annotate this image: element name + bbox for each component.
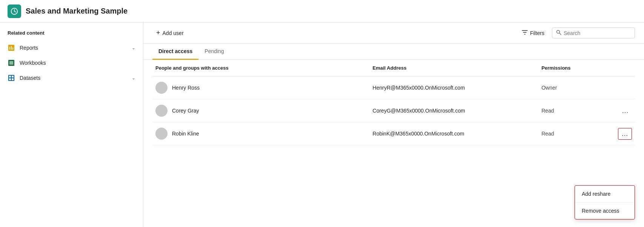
sidebar-section-title: Related content [0,29,143,40]
cell-permission-henry: Owner [538,76,611,99]
permission-value-corey: Read [541,108,554,114]
col-header-people: People and groups with access [152,60,370,76]
col-header-actions [611,60,635,76]
main-layout: Related content Reports ⌄ [0,23,644,227]
svg-rect-10 [9,76,11,78]
sidebar-item-workbooks[interactable]: Workbooks [0,55,143,70]
more-options-button-corey[interactable]: … [619,105,632,116]
permission-value-henry: Owner [541,85,557,91]
filter-icon [522,29,528,37]
sidebar-label-workbooks: Workbooks [20,60,135,66]
col-header-email: Email Address [370,60,539,76]
cell-actions-robin: … [611,122,635,145]
permission-value-robin: Read [541,131,554,137]
tab-pending[interactable]: Pending [198,44,230,60]
filters-label: Filters [530,30,544,36]
table-row: Henry Ross HenryR@M365x0000.OnMicrosoft.… [152,76,635,99]
col-header-permissions: Permissions [538,60,611,76]
cell-actions-corey: … [611,99,635,122]
user-cell-robin: Robin Kline [155,128,367,140]
svg-rect-3 [11,46,12,50]
datasets-chevron-icon: ⌄ [132,75,135,81]
avatar-corey [155,105,168,117]
search-area [552,27,635,38]
cell-permission-corey: Read [538,99,611,122]
tabs: Direct access Pending [143,44,644,60]
access-table: People and groups with access Email Addr… [152,60,635,145]
app-icon [8,5,21,18]
cell-email-henry: HenryR@M365x0000.OnMicrosoft.com [370,76,539,99]
user-name-robin: Robin Kline [172,131,199,137]
reports-icon [8,44,15,52]
svg-rect-13 [12,78,14,80]
svg-line-15 [559,33,561,35]
user-cell-corey: Corey Gray [155,105,367,117]
cell-people-henry: Henry Ross [152,76,370,99]
avatar-robin [155,128,168,140]
add-user-label: Add user [163,30,184,36]
sidebar-item-datasets[interactable]: Datasets ⌄ [0,70,143,85]
search-input[interactable] [564,30,631,36]
toolbar: + Add user Filters [143,23,644,44]
table-container: People and groups with access Email Addr… [143,60,644,227]
context-menu: Add reshare Remove access [575,185,635,219]
sidebar-label-reports: Reports [20,45,132,51]
table-header-row: People and groups with access Email Addr… [152,60,635,76]
sidebar: Related content Reports ⌄ [0,23,143,227]
svg-rect-4 [12,47,13,50]
sidebar-item-reports[interactable]: Reports ⌄ [0,40,143,55]
cell-permission-robin: Read [538,122,611,145]
search-icon [556,30,561,36]
cell-people-robin: Robin Kline [152,122,370,145]
datasets-icon [8,74,15,82]
context-menu-remove-access[interactable]: Remove access [575,203,635,219]
add-user-button[interactable]: + Add user [152,27,188,39]
cell-people-corey: Corey Gray [152,99,370,122]
reports-chevron-icon: ⌄ [132,45,135,50]
table-row: Corey Gray CoreyG@M365x0000.OnMicrosoft.… [152,99,635,122]
table-row: Robin Kline RobinK@M365x0000.OnMicrosoft… [152,122,635,145]
tab-direct-access[interactable]: Direct access [152,44,198,60]
cell-actions-henry [611,76,635,99]
workbooks-icon [8,59,15,67]
sidebar-label-datasets: Datasets [20,75,132,81]
plus-icon: + [156,29,160,37]
top-header: Sales and Marketing Sample [0,0,644,23]
cell-email-corey: CoreyG@M365x0000.OnMicrosoft.com [370,99,539,122]
page-title: Sales and Marketing Sample [26,7,128,15]
filters-button[interactable]: Filters [517,27,549,39]
user-name-henry: Henry Ross [172,85,200,91]
context-menu-add-reshare[interactable]: Add reshare [575,186,635,203]
more-options-button-robin[interactable]: … [618,128,632,140]
user-cell-henry: Henry Ross [155,82,367,94]
main-content: + Add user Filters [143,23,644,227]
svg-rect-2 [9,47,10,50]
cell-email-robin: RobinK@M365x0000.OnMicrosoft.com [370,122,539,145]
svg-rect-12 [9,78,11,80]
svg-rect-11 [12,76,14,78]
avatar-henry [155,82,168,94]
user-name-corey: Corey Gray [172,108,199,114]
